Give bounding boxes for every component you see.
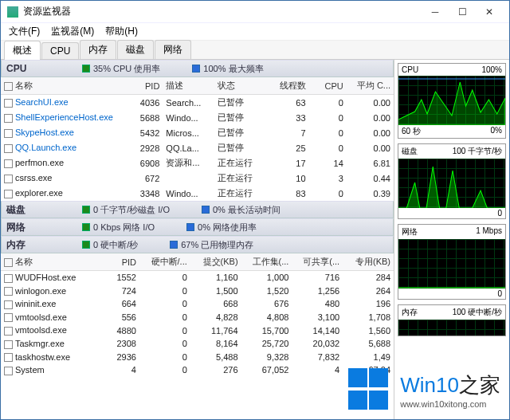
meter-icon <box>192 65 200 73</box>
checkbox[interactable] <box>4 175 13 183</box>
table-row[interactable]: taskhostw.exe293605,4889,3287,8321,49 <box>1 351 394 364</box>
checkbox[interactable] <box>4 327 13 336</box>
checkbox-all[interactable] <box>4 82 13 91</box>
menubar: 文件(F) 监视器(M) 帮助(H) <box>1 23 509 41</box>
app-icon <box>7 6 18 18</box>
table-row[interactable]: ShellExperienceHost.exe5688Windo...已暂停33… <box>1 110 394 125</box>
table-row[interactable]: wininit.exe6640668676480196 <box>1 297 394 311</box>
table-row[interactable]: winlogon.exe72401,5001,5201,256264 <box>1 285 394 298</box>
checkbox[interactable] <box>4 129 13 138</box>
table-row[interactable]: System4027667,052467,04 <box>1 363 394 377</box>
tabs: 概述 CPU 内存 磁盘 网络 <box>1 41 509 60</box>
tab-cpu[interactable]: CPU <box>41 42 79 59</box>
memory-section-header[interactable]: 内存 0 硬中断/秒 67% 已用物理内存 <box>1 236 394 253</box>
minimize-button[interactable]: ─ <box>422 3 449 21</box>
menu-file[interactable]: 文件(F) <box>6 23 43 40</box>
chart-disk: 磁盘100 千字节/秒 0 <box>398 143 506 219</box>
table-row[interactable]: vmtoolsd.exe4880011,76415,70014,1401,560 <box>1 324 394 337</box>
table-row[interactable]: perfmon.exe6908资源和...正在运行17146.81 <box>1 155 394 171</box>
meter-icon <box>82 241 90 249</box>
tab-memory[interactable]: 内存 <box>80 40 116 59</box>
checkbox[interactable] <box>4 353 13 362</box>
meter-icon <box>82 65 90 73</box>
watermark: Win10之家 www.win10xitong.com <box>347 367 500 412</box>
table-row[interactable]: SkypeHost.exe5432Micros...已暂停700.00 <box>1 125 394 140</box>
checkbox-all[interactable] <box>4 258 13 267</box>
checkbox[interactable] <box>4 274 13 283</box>
memory-table: 名称 PID 硬中断/... 提交(KB) 工作集(... 可共享(... 专用… <box>1 253 394 377</box>
chart-network: 网络1 Mbps 0 <box>398 224 506 300</box>
network-section-header[interactable]: 网络 0 Kbps 网络 I/O 0% 网络使用率 <box>1 218 394 236</box>
meter-icon <box>170 241 178 249</box>
checkbox[interactable] <box>4 99 13 108</box>
checkbox[interactable] <box>4 313 13 322</box>
table-row[interactable]: WUDFHost.exe155201,1601,000716284 <box>1 271 394 285</box>
table-row[interactable]: QQ.Launch.exe2928QQ.La...已暂停2500.00 <box>1 140 394 155</box>
checkbox[interactable] <box>4 114 13 123</box>
table-row[interactable]: explorer.exe3348Windo...正在运行8300.39 <box>1 186 394 201</box>
meter-icon <box>186 223 194 231</box>
tab-network[interactable]: 网络 <box>155 40 191 59</box>
checkbox[interactable] <box>4 287 13 296</box>
table-row[interactable]: vmtoolsd.exe55604,8284,8083,1001,708 <box>1 311 394 324</box>
meter-icon <box>202 206 210 214</box>
tab-overview[interactable]: 概述 <box>4 41 41 60</box>
menu-monitor[interactable]: 监视器(M) <box>48 23 97 40</box>
cpu-section-header[interactable]: CPU 35% CPU 使用率 100% 最大频率 <box>1 60 394 77</box>
table-row[interactable]: Taskmgr.exe230808,16425,72020,0325,688 <box>1 337 394 351</box>
windows-logo-icon <box>347 367 392 412</box>
tab-disk[interactable]: 磁盘 <box>117 40 154 59</box>
maximize-button[interactable]: ☐ <box>449 3 476 21</box>
checkbox[interactable] <box>4 144 13 153</box>
chart-memory: 内存100 硬中断/秒 <box>398 304 506 336</box>
checkbox[interactable] <box>4 190 13 198</box>
close-button[interactable]: ✕ <box>476 3 503 21</box>
meter-icon <box>82 223 90 231</box>
window-title: 资源监视器 <box>23 5 422 18</box>
chart-cpu: CPU100% 60 秒0% <box>398 63 506 139</box>
table-row[interactable]: SearchUI.exe4036Search...已暂停6300.00 <box>1 95 394 111</box>
meter-icon <box>82 206 90 214</box>
checkbox[interactable] <box>4 300 13 309</box>
disk-section-header[interactable]: 磁盘 0 千字节/秒磁盘 I/O 0% 最长活动时间 <box>1 201 394 218</box>
checkbox[interactable] <box>4 159 13 168</box>
checkbox[interactable] <box>4 367 13 375</box>
cpu-table: 名称 PID 描述 状态 线程数 CPU 平均 C... SearchUI.ex… <box>1 77 394 201</box>
checkbox[interactable] <box>4 340 13 349</box>
table-row[interactable]: csrss.exe672正在运行1030.44 <box>1 171 394 186</box>
menu-help[interactable]: 帮助(H) <box>102 23 141 40</box>
